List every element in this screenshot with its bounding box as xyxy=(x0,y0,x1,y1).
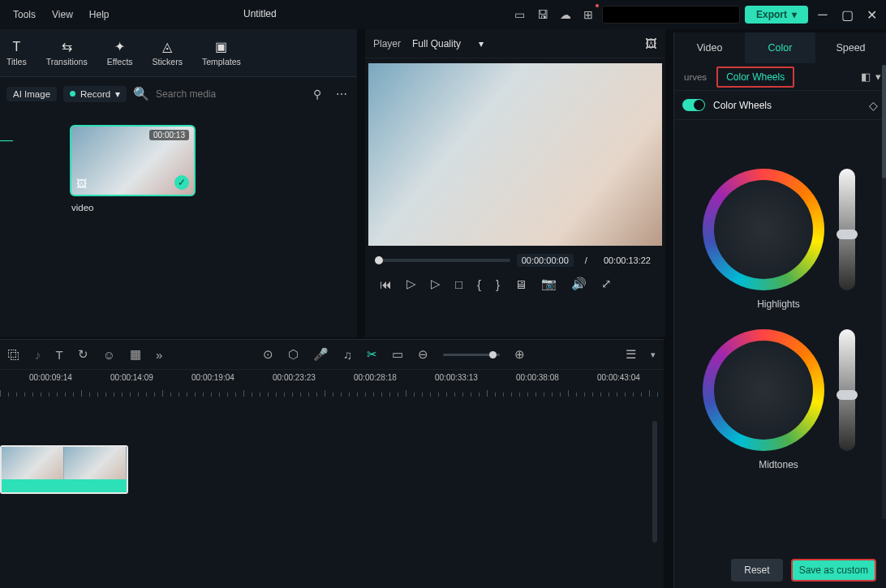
minimize-button[interactable]: ─ xyxy=(813,7,832,22)
time-separator: / xyxy=(580,254,592,267)
section-title: Color Wheels xyxy=(713,100,772,111)
asset-tabs: TTitles ⇆Transitions ✦Effects ◬Stickers … xyxy=(0,29,357,76)
media-clip-thumbnail[interactable]: 00:00:13 🖼 ✓ xyxy=(70,125,196,196)
menu-help[interactable]: Help xyxy=(81,9,118,20)
play-button[interactable]: ▷ xyxy=(406,277,416,291)
subtab-curves[interactable]: urves xyxy=(679,69,712,85)
timeline-panel: ⿻ ♪ T ↻ ☺ ▦ » ⊙ ⬡ 🎤 ♫ ✂ ▭ ⊖ ⊕ ☰ ▾ 00:00:… xyxy=(0,339,664,588)
cloud-icon[interactable]: ☁ xyxy=(557,6,574,24)
slider-knob[interactable] xyxy=(837,390,858,400)
text-icon[interactable]: T xyxy=(56,348,63,362)
more-icon[interactable]: ⋯ xyxy=(333,85,351,103)
cut-icon[interactable]: ✂ xyxy=(367,347,377,362)
timeline-clip[interactable] xyxy=(0,445,128,494)
maximize-button[interactable]: ▢ xyxy=(837,7,857,23)
player-label: Player xyxy=(373,38,401,49)
timeline-ruler[interactable]: 00:00:09:1400:00:14:0900:00:19:0400:00:2… xyxy=(0,369,664,397)
music-icon[interactable]: ♫ xyxy=(343,348,352,362)
zoom-slider[interactable] xyxy=(443,354,500,356)
subtab-color-wheels[interactable]: Color Wheels xyxy=(716,67,794,88)
prev-frame-button[interactable]: ⏮ xyxy=(380,277,392,291)
tab-color[interactable]: Color xyxy=(745,32,815,63)
tab-titles[interactable]: TTitles xyxy=(6,40,27,67)
record-dot-icon xyxy=(70,91,75,97)
effects-icon: ✦ xyxy=(114,39,125,54)
crop-icon[interactable]: ⿻ xyxy=(8,348,20,362)
chevron-down-icon: ▾ xyxy=(792,9,797,20)
track-display-icon[interactable]: ☰ xyxy=(626,347,636,362)
player-canvas[interactable] xyxy=(368,63,662,246)
apps-icon[interactable]: ⊞ xyxy=(579,6,597,24)
export-button[interactable]: Export▾ xyxy=(745,6,808,24)
save-as-custom-button[interactable]: Save as custom xyxy=(791,559,876,582)
aspect-icon[interactable]: ▭ xyxy=(392,347,403,362)
transform-icon[interactable]: ▦ xyxy=(130,347,141,362)
mark-out-button[interactable]: } xyxy=(496,277,500,291)
tab-speed[interactable]: Speed xyxy=(815,32,886,63)
snapshot-icon[interactable]: 🖼 xyxy=(645,36,657,50)
filter-icon[interactable]: ⚲ xyxy=(308,85,326,103)
highlights-wheel[interactable] xyxy=(703,169,824,290)
tab-templates[interactable]: ▣Templates xyxy=(202,39,241,67)
inspector-panel: Video Color Speed urves Color Wheels ◧▾ … xyxy=(673,32,886,588)
search-media-input[interactable] xyxy=(156,88,302,100)
compare-icon[interactable]: ◧ xyxy=(861,71,871,83)
inspector-scrollbar[interactable] xyxy=(882,65,886,178)
camera-icon[interactable]: 📷 xyxy=(541,277,557,291)
ruler-mark: 00:00:09:14 xyxy=(29,373,72,382)
current-time[interactable]: 00:00:00:00 xyxy=(517,254,574,267)
chevron-down-icon: ▾ xyxy=(115,88,120,100)
expand-tools-icon[interactable]: » xyxy=(156,348,162,362)
midtones-luma-slider[interactable] xyxy=(839,329,855,451)
scrub-bar[interactable] xyxy=(375,259,510,262)
clip-audio-waveform xyxy=(2,479,127,492)
close-button[interactable]: ✕ xyxy=(862,7,881,23)
timeline-scrollbar[interactable] xyxy=(652,421,657,543)
zoom-out-icon[interactable]: ⊖ xyxy=(418,347,428,362)
marker-icon[interactable]: ⬡ xyxy=(288,347,299,362)
rotate-icon[interactable]: ↻ xyxy=(78,347,88,362)
track-settings-chevron-icon[interactable]: ▾ xyxy=(651,350,656,360)
clip-type-icon: 🖼 xyxy=(76,178,87,190)
midtones-wheel[interactable] xyxy=(703,329,824,451)
chevron-down-icon[interactable]: ▾ xyxy=(875,71,881,83)
fullscreen-icon[interactable]: ⤢ xyxy=(601,277,612,291)
media-panel: AI Image Record▾ 🔍 ⚲ ⋯ — 00:00:13 🖼 ✓ xyxy=(0,76,357,337)
zoom-in-icon[interactable]: ⊕ xyxy=(514,347,525,362)
ruler-mark: 00:00:14:09 xyxy=(110,373,153,382)
tab-effects[interactable]: ✦Effects xyxy=(107,39,133,67)
scrub-knob[interactable] xyxy=(375,256,383,264)
menu-tools[interactable]: Tools xyxy=(5,9,44,20)
document-title: Untitled xyxy=(243,8,277,19)
ai-image-button[interactable]: AI Image xyxy=(6,87,57,101)
tab-transitions[interactable]: ⇆Transitions xyxy=(46,39,88,67)
tab-video[interactable]: Video xyxy=(674,32,745,63)
device-icon[interactable]: ▭ xyxy=(511,6,529,24)
player-controls: ⏮ ▷ ▷ □ { } 🖥 📷 🔊 ⤢ xyxy=(365,272,665,301)
menu-view[interactable]: View xyxy=(44,9,81,20)
mark-in-button[interactable]: { xyxy=(477,277,481,291)
reset-button[interactable]: Reset xyxy=(731,559,782,582)
stop-button[interactable]: □ xyxy=(455,277,462,291)
mic-icon[interactable]: 🎤 xyxy=(313,347,329,362)
audio-icon[interactable]: ♪ xyxy=(35,348,41,362)
slider-knob[interactable] xyxy=(837,230,858,239)
display-settings-icon[interactable]: 🖥 xyxy=(514,277,527,291)
templates-icon: ▣ xyxy=(215,39,227,54)
record-button[interactable]: Record▾ xyxy=(63,86,127,102)
quality-select[interactable]: Full Quality▾ xyxy=(412,38,484,49)
play-forward-button[interactable]: ▷ xyxy=(431,277,441,291)
highlights-luma-slider[interactable] xyxy=(839,169,855,290)
save-icon[interactable]: 🖫 xyxy=(534,6,552,24)
search-icon[interactable]: 🔍 xyxy=(133,86,149,101)
volume-icon[interactable]: 🔊 xyxy=(571,277,587,291)
color-wheels-toggle[interactable] xyxy=(682,99,705,111)
clip-name: video xyxy=(71,203,349,212)
timeline-track[interactable] xyxy=(0,445,664,494)
zoom-knob[interactable] xyxy=(489,351,497,358)
reset-section-icon[interactable]: ◇ xyxy=(869,99,878,112)
clip-options-icon[interactable]: ⊙ xyxy=(263,347,273,362)
tab-stickers[interactable]: ◬Stickers xyxy=(153,39,183,67)
face-icon[interactable]: ☺ xyxy=(103,348,115,362)
account-area[interactable] xyxy=(602,6,740,24)
